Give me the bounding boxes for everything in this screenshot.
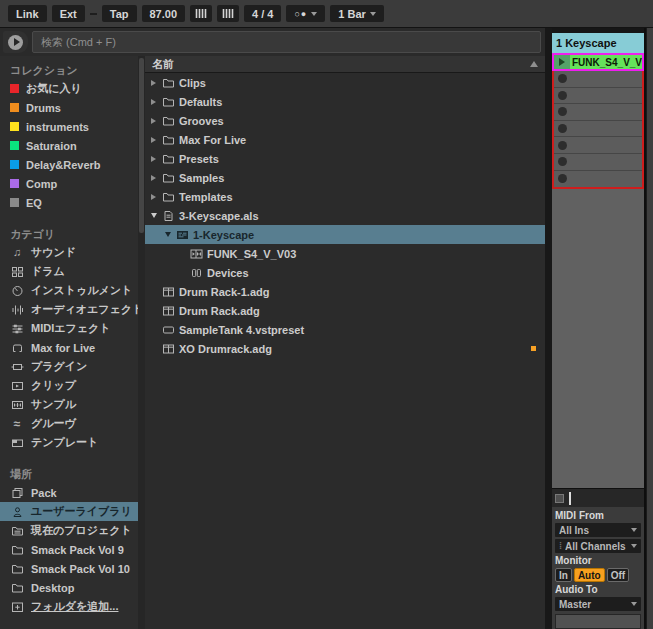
empty-clip-slot[interactable] [554, 121, 642, 138]
tap-tempo-button[interactable]: Tap [102, 5, 137, 22]
sidebar-item-smack-pack-vol-9[interactable]: Smack Pack Vol 9 [0, 540, 138, 559]
expand-arrow-icon[interactable] [151, 99, 161, 105]
sidebar-item-packs[interactable]: Pack [0, 483, 138, 502]
ext-button[interactable]: Ext [52, 5, 85, 22]
expand-arrow-icon[interactable] [151, 80, 161, 86]
file-row-label: 1-Keyscape [193, 229, 254, 241]
browser-body: コレクションお気に入りDrumsinstrumentsSaturaionDela… [0, 56, 545, 629]
sidebar-item-comp[interactable]: Comp [0, 174, 138, 193]
sidebar-item-instruments[interactable]: instruments [0, 117, 138, 136]
file-row-templates[interactable]: Templates [145, 187, 545, 206]
expand-arrow-icon[interactable] [151, 156, 161, 162]
collection-color-swatch [10, 103, 19, 112]
sidebar-item-desktop[interactable]: Desktop [0, 578, 138, 597]
stop-clips-button[interactable] [555, 494, 564, 503]
expand-arrow-icon[interactable] [151, 194, 161, 200]
sidebar-item-clips[interactable]: クリップ [0, 376, 138, 395]
audio-to-select[interactable]: Master [555, 597, 641, 611]
quantization-field[interactable]: 1 Bar [330, 5, 384, 22]
file-list-header[interactable]: 名前 [145, 56, 545, 73]
file-row-drum-rack-adg[interactable]: Drum Rack.adg [145, 301, 545, 320]
file-row-drum-rack-1-adg[interactable]: Drum Rack-1.adg [145, 282, 545, 301]
clip-stop-button[interactable] [558, 107, 567, 116]
sidebar-item-templates[interactable]: テンプレート [0, 433, 138, 452]
link-button[interactable]: Link [8, 5, 47, 22]
sidebar-item-grooves[interactable]: ≈グルーヴ [0, 414, 138, 433]
collapse-arrow-icon[interactable] [165, 232, 175, 237]
clip-stop-button[interactable] [558, 124, 567, 133]
file-row-defaults[interactable]: Defaults [145, 92, 545, 111]
sidebar-scrollbar[interactable] [138, 56, 145, 629]
empty-clip-slot[interactable] [554, 104, 642, 121]
clip-stop-button[interactable] [558, 157, 567, 166]
file-row-devices[interactable]: Devices [145, 263, 545, 282]
phase-nudge-divider [90, 13, 97, 15]
empty-clip-slot[interactable] [554, 171, 642, 188]
places-header: 場所 [0, 466, 138, 483]
clip-stop-button[interactable] [558, 91, 567, 100]
file-row-samples[interactable]: Samples [145, 168, 545, 187]
sidebar-item-smack-pack-vol-10[interactable]: Smack Pack Vol 10 [0, 559, 138, 578]
file-row-funk-s4-v-v03[interactable]: FUNK_S4_V_V03 [145, 244, 545, 263]
scrollbar-thumb[interactable] [139, 58, 144, 233]
sidebar-item-sounds[interactable]: ♫サウンド [0, 243, 138, 262]
empty-clip-slot[interactable] [554, 154, 642, 171]
sidebar-item-add-folder[interactable]: フォルダを追加... [0, 597, 138, 616]
monitor-auto-button[interactable]: Auto [574, 568, 605, 582]
sidebar-item-drums[interactable]: ドラム [0, 262, 138, 281]
monitor-off-button[interactable]: Off [607, 568, 629, 582]
sort-ascending-icon[interactable] [530, 61, 538, 67]
sidebar-item-max-for-live[interactable]: Max for Live [0, 338, 138, 357]
browser-search-row [0, 28, 545, 56]
midi-channel-select[interactable]: ⁞ All Channels [555, 539, 641, 553]
file-rows: ClipsDefaultsGroovesMax For LivePresetsS… [145, 73, 545, 629]
nudge-up-button[interactable] [217, 5, 239, 22]
tempo-field[interactable]: 87.00 [142, 5, 186, 22]
clip-stop-button[interactable] [558, 141, 567, 150]
sidebar-item-user-library[interactable]: ユーザーライブラリ [0, 502, 138, 521]
clip-slot-playing[interactable]: FUNK_S4_V_V03 [552, 53, 644, 71]
time-signature-field[interactable]: 4 / 4 [244, 5, 281, 22]
collapse-arrow-icon[interactable] [151, 213, 161, 218]
sidebar-item-audio-effects[interactable]: オーディオエフェクト [0, 300, 138, 319]
file-row-3-keyscape-als[interactable]: 3-Keyscape.als [145, 206, 545, 225]
sidebar-item-drums[interactable]: Drums [0, 98, 138, 117]
track-title[interactable]: 1 Keyscape [552, 33, 644, 53]
sidebar-item-eq[interactable]: EQ [0, 193, 138, 212]
folder-icon [161, 77, 175, 89]
clip-launch-button[interactable] [554, 55, 570, 69]
sidebar-item-saturaion[interactable]: Saturaion [0, 136, 138, 155]
groove-pool-field[interactable]: ○● [286, 5, 325, 22]
sidebar-item-samples[interactable]: サンプル [0, 395, 138, 414]
sidebar-item-midi-effects[interactable]: MIDIエフェクト [0, 319, 138, 338]
collection-tag-dot [531, 346, 536, 351]
expand-arrow-icon[interactable] [151, 137, 161, 143]
midi-from-select[interactable]: All Ins [555, 523, 641, 537]
empty-clip-slot[interactable] [554, 137, 642, 154]
file-row-grooves[interactable]: Grooves [145, 111, 545, 130]
empty-clip-slot[interactable] [554, 71, 642, 88]
nudge-down-button[interactable] [190, 5, 212, 22]
expand-arrow-icon[interactable] [151, 175, 161, 181]
sidebar-item-delay-reverb[interactable]: Delay&Reverb [0, 155, 138, 174]
clip-stop-button[interactable] [558, 74, 567, 83]
file-row-clips[interactable]: Clips [145, 73, 545, 92]
monitor-in-button[interactable]: In [555, 568, 572, 582]
sidebar-item-instruments[interactable]: インストゥルメント [0, 281, 138, 300]
file-row-1-keyscape[interactable]: 1-Keyscape [145, 225, 545, 244]
sidebar-item-plug-ins[interactable]: プラグイン [0, 357, 138, 376]
file-row-presets[interactable]: Presets [145, 149, 545, 168]
empty-clip-slot[interactable] [554, 88, 642, 105]
clip-stop-button[interactable] [558, 174, 567, 183]
file-row-sampletank-4-vstpreset[interactable]: SampleTank 4.vstpreset [145, 320, 545, 339]
sidebar-item-label: Pack [31, 487, 57, 499]
file-row-xo-drumrack-adg[interactable]: XO Drumrack.adg [145, 339, 545, 358]
expand-arrow-icon[interactable] [151, 118, 161, 124]
waveform-icon [10, 304, 24, 316]
sidebar-item-favorites[interactable]: お気に入り [0, 79, 138, 98]
sidebar-item-label: お気に入り [26, 81, 82, 96]
file-row-max-for-live[interactable]: Max For Live [145, 130, 545, 149]
search-input[interactable] [32, 31, 541, 53]
preview-button[interactable] [3, 31, 28, 53]
sidebar-item-current-project[interactable]: 現在のプロジェクト [0, 521, 138, 540]
